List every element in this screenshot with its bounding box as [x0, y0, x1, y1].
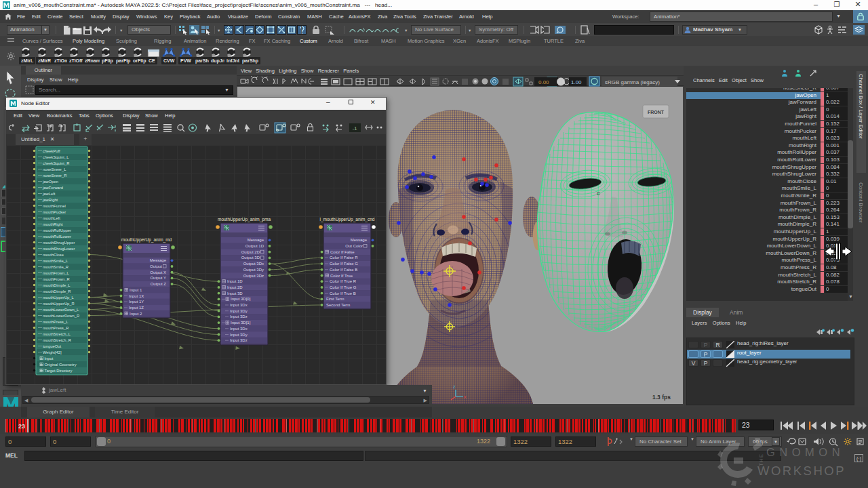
svg-text:Color If True R: Color If True R	[330, 279, 357, 283]
svg-text:Output: Output	[150, 264, 162, 268]
svg-text:GNOMON: GNOMON	[766, 446, 844, 458]
svg-text:mouthLeft: mouthLeft	[43, 216, 60, 220]
svg-text:C: C	[597, 191, 600, 196]
svg-text:Output X: Output X	[150, 270, 166, 274]
svg-text:l_mouthUpperUp_anim_cnd: l_mouthUpperUp_anim_cnd	[320, 217, 375, 222]
svg-text:noseSneer_L: noseSneer_L	[43, 167, 66, 171]
svg-text:Input 3Dy: Input 3Dy	[230, 333, 248, 337]
svg-text:Color If True G: Color If True G	[330, 285, 357, 289]
svg-text:Input 1D: Input 1D	[227, 279, 243, 283]
svg-text:mouthUpperUp_anim_md: mouthUpperUp_anim_md	[121, 237, 172, 243]
svg-text:Input 3Dx: Input 3Dx	[230, 327, 248, 331]
svg-text:mouthDimple_R: mouthDimple_R	[43, 289, 71, 293]
svg-text:mouthShrugUpper: mouthShrugUpper	[43, 241, 75, 245]
svg-text:Input 2: Input 2	[130, 312, 142, 316]
svg-text:mouthRollLower: mouthRollLower	[43, 235, 71, 239]
svg-text:Color If False B: Color If False B	[330, 268, 357, 272]
svg-text:jawOpen: jawOpen	[42, 180, 58, 184]
svg-text:Color If True: Color If True	[330, 274, 353, 278]
svg-text:mouthUpperUp_R: mouthUpperUp_R	[43, 302, 75, 306]
svg-text:Output 3D: Output 3D	[241, 256, 260, 260]
svg-text:mouthStretch_L: mouthStretch_L	[43, 332, 71, 336]
svg-text:jawLeft: jawLeft	[42, 192, 56, 196]
svg-text:Weight[42]: Weight[42]	[43, 350, 62, 354]
svg-text:Input 3Dz: Input 3Dz	[230, 338, 248, 342]
svg-text:Input 1X: Input 1X	[129, 294, 144, 298]
svg-text:mouthStretch_R: mouthStretch_R	[43, 338, 71, 342]
svg-text:mouthSmile_R: mouthSmile_R	[43, 265, 68, 269]
svg-text:0.00: 0.00	[538, 79, 549, 85]
svg-text:mouthPress_L: mouthPress_L	[43, 320, 68, 324]
svg-text:Input 3D[0]: Input 3D[0]	[231, 297, 251, 301]
svg-text:mouthLowerDown_L: mouthLowerDown_L	[43, 308, 79, 312]
svg-text:Target Directory: Target Directory	[45, 369, 73, 373]
svg-text:Input 3Dy: Input 3Dy	[230, 309, 248, 313]
svg-text:mouthPucker: mouthPucker	[43, 210, 66, 214]
svg-text:mouthSmile_L: mouthSmile_L	[43, 259, 68, 263]
svg-text:mouthClose: mouthClose	[43, 253, 64, 257]
svg-text:Input 1Y: Input 1Y	[129, 300, 144, 304]
svg-text:Input 3Dz: Input 3Dz	[230, 314, 248, 319]
svg-text:Input 3Dx: Input 3Dx	[230, 303, 248, 307]
svg-text:sRGB gamma (legacy): sRGB gamma (legacy)	[605, 79, 660, 85]
svg-text:Message: Message	[248, 238, 264, 242]
svg-text:mouthFunnel: mouthFunnel	[43, 204, 66, 208]
svg-text:-1: -1	[353, 125, 357, 131]
svg-text:Input 2D: Input 2D	[227, 285, 243, 289]
svg-text:mouthRight: mouthRight	[43, 222, 63, 226]
svg-text:Output Y: Output Y	[150, 276, 166, 280]
svg-text:Input 3D[1]: Input 3D[1]	[231, 321, 251, 325]
svg-text:mouthShrugLower: mouthShrugLower	[43, 247, 75, 251]
svg-text:WORKSHOP: WORKSHOP	[757, 464, 846, 478]
svg-text:Color If False: Color If False	[330, 250, 355, 254]
svg-text:First Term: First Term	[326, 297, 344, 301]
svg-text:noseSneer_R: noseSneer_R	[43, 174, 66, 178]
svg-text:Input 1: Input 1	[130, 288, 142, 292]
svg-text:FRONT: FRONT	[648, 110, 665, 115]
svg-text:mouthUpperUp_anim_pma: mouthUpperUp_anim_pma	[218, 217, 271, 222]
svg-text:Output 1D: Output 1D	[245, 244, 264, 248]
svg-text:jawForward: jawForward	[42, 186, 63, 190]
svg-text:mouthDimple_L: mouthDimple_L	[43, 283, 71, 287]
svg-text:tongueOut: tongueOut	[43, 344, 61, 348]
svg-text:z: z	[453, 384, 456, 389]
svg-text:Output 3Dx: Output 3Dx	[243, 262, 264, 266]
svg-text:Input 1Z: Input 1Z	[129, 306, 144, 310]
svg-text:Input 3D: Input 3D	[227, 291, 243, 296]
svg-text:mouthPress_R: mouthPress_R	[43, 326, 68, 330]
svg-text:mouthFrown_R: mouthFrown_R	[43, 277, 70, 281]
svg-text:Message: Message	[351, 238, 368, 242]
svg-text:Output 3Dy: Output 3Dy	[243, 268, 264, 272]
svg-text:Out Color: Out Color	[345, 244, 363, 248]
svg-text:jawRight: jawRight	[42, 198, 58, 202]
svg-text:Color If False R: Color If False R	[330, 256, 358, 260]
svg-text:Original Geometry: Original Geometry	[45, 363, 77, 367]
svg-text:Second Term: Second Term	[326, 303, 350, 307]
svg-text:Input: Input	[45, 357, 54, 361]
svg-text:Output Z: Output Z	[151, 282, 167, 286]
svg-text:Color If False G: Color If False G	[330, 262, 358, 266]
svg-text:Message: Message	[150, 258, 167, 262]
svg-text:Output 2D: Output 2D	[241, 250, 260, 254]
svg-text:1.3 fps: 1.3 fps	[652, 394, 671, 401]
svg-text:mouthLowerDown_R: mouthLowerDown_R	[43, 314, 79, 318]
svg-text:mouthUpperUp_L: mouthUpperUp_L	[43, 296, 75, 300]
svg-text:cheekPuff: cheekPuff	[43, 149, 60, 153]
svg-text:cheekSquint_R: cheekSquint_R	[43, 161, 69, 165]
svg-text:Color If True B: Color If True B	[330, 291, 356, 296]
svg-text:1.00: 1.00	[571, 79, 582, 85]
svg-text:Output 3Dz: Output 3Dz	[243, 274, 264, 278]
svg-text:x: x	[464, 394, 467, 399]
svg-text:mouthRollUpper: mouthRollUpper	[43, 228, 71, 232]
svg-text:cheekSquint_L: cheekSquint_L	[43, 155, 69, 159]
svg-text:mouthFrown_L: mouthFrown_L	[43, 271, 69, 275]
